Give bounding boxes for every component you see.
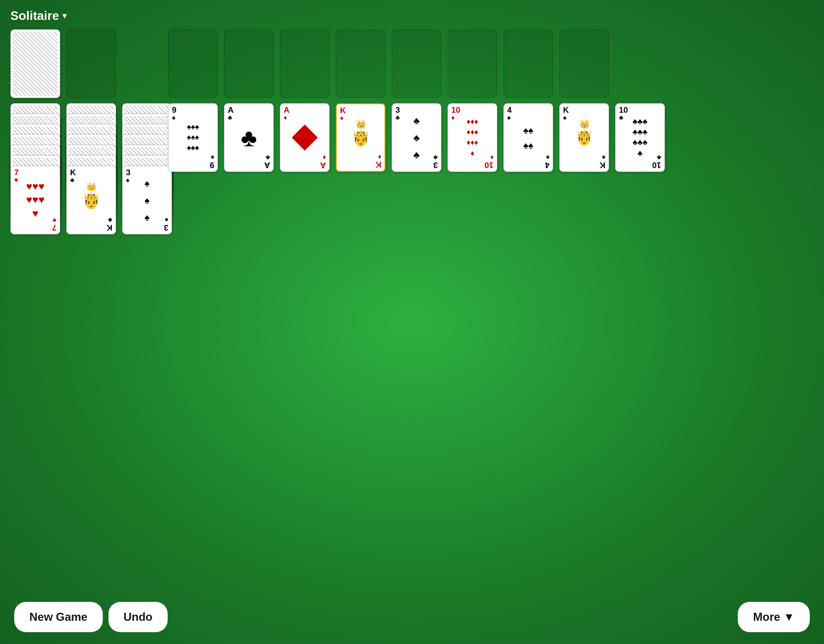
card-rank: 3 <box>126 169 130 177</box>
foundation-5 <box>448 29 497 98</box>
tableau-col11[interactable]: 10 ♣ ♣♣♣♣♣♣♣♣♣♣ 10 ♣ <box>615 103 665 172</box>
tableau-col5[interactable]: A ♦ A ♦ <box>280 103 330 172</box>
card-suit-bottom: ♣ <box>433 154 438 161</box>
king-illustration: 👑 🤴 <box>77 181 106 219</box>
tableau-col7[interactable]: 3 ♣ ♣♣♣ 3 ♣ <box>392 103 441 172</box>
tableau-col6[interactable]: K ♦ 👑 🤴 K ♦ <box>336 103 385 172</box>
card-rank: K <box>563 106 569 114</box>
card-suit-bottom: ♦ <box>322 154 326 161</box>
new-game-button[interactable]: New Game <box>14 602 103 632</box>
undo-button[interactable]: Undo <box>108 602 168 632</box>
card-rank-bottom: 3 <box>433 161 438 169</box>
card-rank: 4 <box>507 106 511 114</box>
card-suit-bottom: ♠ <box>165 217 168 224</box>
tableau-col0-top[interactable]: 7 ♥ ♥♥♥♥♥♥♥ 7 ♥ <box>10 166 60 234</box>
card-rank-bottom: 9 <box>210 161 214 169</box>
card-suit-bottom: ♠ <box>602 154 605 161</box>
card-rank: 10 <box>619 106 628 114</box>
card-suit-bottom: ♠ <box>546 154 549 161</box>
card-suit: ♦ <box>284 114 287 121</box>
card-suit: ♥ <box>14 177 18 183</box>
card-suit: ♣ <box>395 114 400 121</box>
stock-back-pattern <box>13 32 58 96</box>
card-suit: ♣ <box>70 177 74 183</box>
card-rank-bottom: K <box>107 224 112 232</box>
card-suit: ♠ <box>507 114 511 121</box>
card-rank-bottom: K <box>600 161 605 169</box>
card-rank: 9 <box>172 106 176 114</box>
card-suit-bottom: ♣ <box>266 154 270 161</box>
foundation-0 <box>168 29 218 98</box>
card-rank: K <box>340 107 346 115</box>
card-suit-bottom: ♥ <box>53 217 56 224</box>
card-suit: ♣ <box>619 114 623 121</box>
tableau-col3[interactable]: 9 ♠ ♠♠♠♠♠♠♠♠♠ 9 ♠ <box>168 103 218 172</box>
card-suit: ♦ <box>340 115 343 121</box>
right-buttons: More ▼ <box>738 602 810 632</box>
card-suit-bottom: ♣ <box>657 154 661 161</box>
foundation-4 <box>392 29 441 98</box>
foundation-2 <box>280 29 330 98</box>
card-suit: ♠ <box>126 177 129 183</box>
card-rank-bottom: A <box>320 161 326 169</box>
card-rank-bottom: 4 <box>545 161 549 169</box>
card-pips: ♣♣♣ <box>413 112 420 163</box>
foundation-3 <box>336 29 385 98</box>
card-rank: A <box>228 106 233 114</box>
card-rank: K <box>70 169 76 177</box>
card-pips: ♠♠♠♠♠♠♠♠♠ <box>187 122 199 153</box>
title-dropdown-icon[interactable]: ▼ <box>61 12 69 20</box>
bottom-bar: New Game Undo More ▼ <box>0 602 824 632</box>
card-suit: ♦ <box>451 114 455 121</box>
card-rank-bottom: A <box>264 161 270 169</box>
tableau-col10[interactable]: K ♠ 👑 🤴 K ♠ <box>559 103 609 172</box>
card-pips: ♠♠♠♠ <box>523 123 533 153</box>
card-suit: ♣ <box>228 114 232 121</box>
tableau-col9[interactable]: 4 ♠ ♠♠♠♠ 4 ♠ <box>503 103 553 172</box>
foundation-7 <box>559 29 609 98</box>
left-buttons: New Game Undo <box>14 602 168 632</box>
card-rank: 7 <box>14 169 18 177</box>
card-suit: ♠ <box>563 114 566 121</box>
app-title[interactable]: Solitaire <box>10 9 59 23</box>
tableau-col4[interactable]: A ♣ ♣ A ♣ <box>224 103 274 172</box>
card-rank-bottom: 10 <box>484 161 493 169</box>
card-rank-bottom: 3 <box>164 224 168 232</box>
tableau-col1-top[interactable]: K ♣ 👑 🤴 K ♣ <box>66 166 116 234</box>
card-suit-bottom: ♦ <box>490 154 493 161</box>
stock-pile[interactable] <box>10 29 60 98</box>
more-button[interactable]: More ▼ <box>738 602 810 632</box>
foundation-6 <box>503 29 553 98</box>
card-rank-bottom: 7 <box>52 224 56 232</box>
card-pips: ♣ <box>241 124 257 152</box>
card-rank: 10 <box>451 106 460 114</box>
card-rank-bottom: K <box>376 161 381 169</box>
card-pips: ♠♠♠ <box>144 175 150 226</box>
king-illustration: 👑 🤴 <box>570 119 599 157</box>
king-illustration: 👑 🤴 <box>347 119 375 157</box>
card-pips: ♣♣♣♣♣♣♣♣♣♣ <box>633 116 648 159</box>
card-pips: ♦♦♦♦♦♦♦♦♦♦ <box>466 116 478 159</box>
tableau-col8[interactable]: 10 ♦ ♦♦♦♦♦♦♦♦♦♦ 10 ♦ <box>448 103 497 172</box>
card-suit-bottom: ♣ <box>108 217 112 224</box>
card-rank: 3 <box>395 106 400 114</box>
tableau-col2-top[interactable]: 3 ♠ ♠♠♠ 3 ♠ <box>122 166 172 234</box>
waste-pile <box>66 29 116 98</box>
card-rank: A <box>284 106 289 114</box>
app-header: Solitaire ▼ <box>10 9 68 23</box>
ace-diamond <box>292 125 318 151</box>
card-suit: ♠ <box>172 114 175 121</box>
card-rank-bottom: 10 <box>652 161 661 169</box>
card-suit-bottom: ♦ <box>378 154 381 161</box>
foundation-1 <box>224 29 274 98</box>
card-pips: ♥♥♥♥♥♥♥ <box>26 180 45 221</box>
card-suit-bottom: ♠ <box>211 154 214 161</box>
